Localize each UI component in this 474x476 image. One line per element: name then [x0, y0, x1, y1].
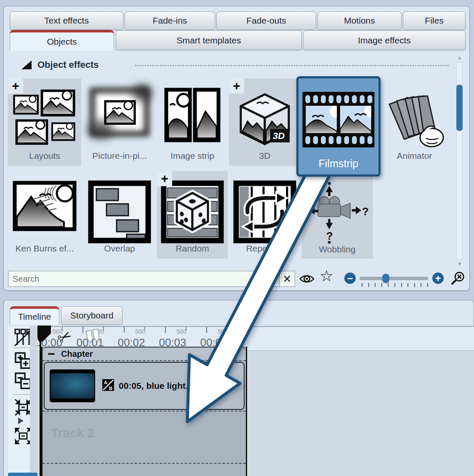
ruler-major-tick: [206, 327, 207, 333]
ken-burns-icon: [13, 171, 77, 243]
collapse-triangle-icon: [21, 61, 32, 70]
tab-label: Fade-ins: [153, 16, 187, 26]
filmstrip-icon: [301, 78, 375, 158]
svg-text:B: B: [109, 386, 112, 391]
svg-text:3D: 3D: [273, 131, 285, 141]
tab-label: Motions: [344, 16, 375, 26]
tab-label: Smart templates: [177, 35, 241, 45]
track-divider: [43, 463, 246, 464]
app-window: Text effects Fade-ins Fade-outs Motions …: [0, 0, 474, 476]
tab-timeline-selected[interactable]: Timeline: [10, 306, 59, 325]
clip-title: blue light...: [144, 381, 193, 390]
tab-label: Image effects: [358, 35, 411, 45]
track-divider: [43, 411, 246, 412]
effect-label: Ken Burns ef...: [16, 243, 74, 259]
ruler-minor-label: 500: [132, 328, 149, 335]
tab-fade-outs[interactable]: Fade-outs: [216, 11, 316, 30]
section-title: Object effects: [37, 59, 99, 70]
effect-label: Random: [176, 243, 209, 259]
scrollbar-thumb[interactable]: [456, 85, 463, 131]
tab-smart-templates[interactable]: Smart templates: [116, 30, 302, 50]
plus-badge[interactable]: +: [157, 171, 172, 186]
repetition-icon: [233, 171, 296, 243]
zoom-slider-ticks: [362, 283, 428, 287]
effect-label: Wobbling: [319, 244, 355, 259]
timeline-toolbar: [8, 326, 30, 476]
tab-image-effects[interactable]: Image effects: [303, 30, 466, 50]
tab-fade-ins[interactable]: Fade-ins: [125, 11, 215, 30]
animator-flipbook-icon: [383, 78, 446, 151]
timeline-background[interactable]: [247, 351, 474, 476]
image-strip-icon: [164, 78, 221, 151]
tab-label: Objects: [47, 37, 77, 47]
ruler-major-tick: [124, 327, 125, 333]
play-triangle-icon[interactable]: [18, 417, 24, 426]
chapter-label: Chapter: [61, 349, 93, 359]
collapse-minus-icon[interactable]: −: [48, 349, 55, 359]
effect-tile-picture-in-picture[interactable]: Picture-in-pi...: [83, 78, 156, 166]
zoom-reset-icon[interactable]: [451, 271, 465, 287]
zoom-out-button[interactable]: −: [344, 273, 356, 284]
horizontal-scrollbar-thumb[interactable]: [8, 473, 37, 476]
section-dotted-rule: [135, 65, 449, 66]
tab-label: Fade-outs: [246, 16, 286, 26]
tab-label: Timeline: [18, 312, 51, 322]
ruler-minor-label: 500: [214, 328, 231, 335]
playhead-line[interactable]: [40, 340, 41, 476]
toolbar-gutter: [30, 326, 37, 476]
range-flags-icon[interactable]: [85, 329, 103, 346]
svg-text:?: ?: [362, 205, 369, 218]
chapter-header[interactable]: − Chapter: [43, 347, 246, 361]
effect-tile-filmstrip-selected[interactable]: Filmstrip: [296, 76, 381, 176]
ruler-minor-label: 500: [173, 328, 190, 335]
wobbling-camera-icon: ? ?: [304, 171, 371, 244]
svg-text:A: A: [104, 380, 107, 385]
tab-text-effects[interactable]: Text effects: [10, 11, 123, 30]
effect-tile-overlap[interactable]: Overlap: [83, 171, 156, 259]
zoom-slider-thumb[interactable]: [382, 274, 389, 283]
effect-tile-animator[interactable]: Animator: [381, 78, 447, 166]
tab-label: Text effects: [44, 16, 89, 26]
effect-label: Picture-in-pi...: [92, 151, 147, 166]
clip-text: 00:05, blue light...: [119, 381, 193, 391]
effect-tile-image-strip[interactable]: Image strip: [157, 78, 228, 166]
effect-tile-random[interactable]: +: [157, 171, 228, 259]
search-clear-icon[interactable]: ✕: [279, 271, 295, 287]
clip-thumbnail: [50, 369, 95, 402]
effect-label: Animator: [397, 151, 432, 166]
ruler-major-tick: [83, 327, 83, 333]
effect-label: Repetiti...: [246, 243, 284, 259]
effects-panel: Text effects Fade-ins Fade-outs Motions …: [3, 6, 470, 291]
tab-files[interactable]: Files: [403, 11, 466, 30]
tab-storyboard[interactable]: Storyboard: [61, 306, 122, 325]
overlap-icon: [88, 171, 151, 243]
timeline-clip[interactable]: A B 00:05, blue light...: [44, 362, 245, 410]
clip-thumbnail-image: [51, 373, 94, 398]
track2-label: Track 2: [51, 426, 94, 440]
ruler-major-tick: [248, 327, 248, 333]
tab-label: Storyboard: [70, 310, 114, 321]
favorite-star-icon[interactable]: ☆: [320, 268, 333, 284]
effect-tile-ken-burns[interactable]: Ken Burns ef...: [8, 171, 81, 259]
plus-badge[interactable]: +: [229, 78, 244, 94]
visibility-eye-icon[interactable]: [299, 273, 314, 286]
text-ab-icon: A B: [102, 379, 115, 393]
section-header[interactable]: Object effects: [21, 59, 99, 71]
scroll-down-icon[interactable]: ▼: [455, 261, 464, 267]
effect-label-selected: Filmstrip: [319, 158, 358, 174]
plus-badge[interactable]: +: [8, 78, 23, 94]
scroll-up-icon[interactable]: ▲: [455, 54, 464, 61]
effect-tile-wobbling[interactable]: ? ? Wobbling: [301, 171, 373, 259]
search-input[interactable]: [8, 271, 295, 287]
effect-label: Overlap: [104, 243, 135, 259]
zoom-in-button[interactable]: +: [432, 273, 444, 284]
effect-tile-repetition[interactable]: Repetiti...: [229, 171, 301, 259]
effect-tile-layouts[interactable]: + Layouts: [8, 78, 81, 166]
svg-text:?: ?: [326, 230, 333, 242]
effect-tile-3d[interactable]: + 3D 3D: [229, 78, 301, 166]
track-block: − Chapter A B 00:05, blue light...: [41, 347, 247, 476]
tab-objects-selected[interactable]: Objects: [10, 30, 114, 51]
clip-duration: 00:05,: [119, 381, 144, 390]
tab-motions[interactable]: Motions: [317, 11, 402, 30]
zoom-slider-track[interactable]: [359, 277, 428, 280]
